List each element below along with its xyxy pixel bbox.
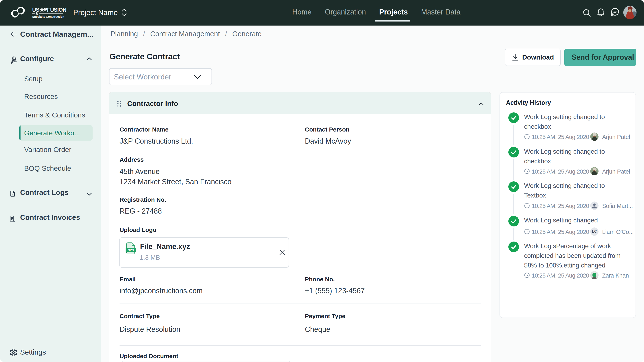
svg-text:.xlsx: .xlsx: [128, 248, 134, 252]
